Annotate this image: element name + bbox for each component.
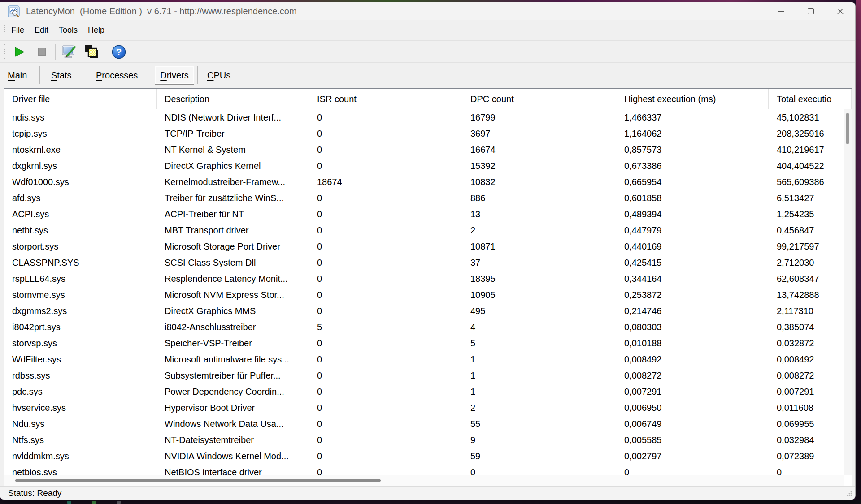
cell-dpc-count: 10905 [462, 290, 616, 300]
table-row[interactable]: rspLLL64.sys Resplendence Latency Monit.… [4, 271, 844, 287]
menu-tools[interactable]: Tools [54, 24, 82, 37]
table-row[interactable]: i8042prt.sys i8042-Anschlusstreiber 5 4 … [4, 319, 844, 335]
cell-isr-count: 0 [309, 435, 462, 445]
cell-driver-file: storport.sys [4, 241, 157, 252]
horizontal-scrollbar-thumb[interactable] [15, 479, 381, 482]
cell-driver-file: stornvme.sys [4, 290, 157, 300]
table-row[interactable]: storport.sys Microsoft Storage Port Driv… [4, 238, 844, 254]
tab-stats[interactable]: Stats [51, 63, 72, 87]
cell-highest-execution: 0,007291 [616, 387, 769, 397]
edit-report-button[interactable] [58, 42, 80, 62]
cell-driver-file: storvsp.sys [4, 338, 157, 349]
cell-isr-count: 0 [309, 290, 462, 300]
vertical-scrollbar-thumb[interactable] [846, 113, 849, 144]
vertical-scrollbar[interactable] [844, 109, 852, 475]
table-row[interactable]: stornvme.sys Microsoft NVM Express Stor.… [4, 287, 844, 303]
cell-dpc-count: 1 [462, 387, 616, 397]
menu-file[interactable]: File [7, 24, 29, 37]
cell-total-execution: 0,456847 [769, 225, 844, 236]
cell-highest-execution: 0,214746 [616, 306, 769, 316]
table-row[interactable]: dxgkrnl.sys DirectX Graphics Kernel 0 15… [4, 158, 844, 174]
minimize-button[interactable] [766, 2, 796, 20]
column-header-highest-execution[interactable]: Highest execution (ms) [616, 89, 769, 109]
close-button[interactable] [826, 2, 855, 20]
maximize-button[interactable] [796, 2, 826, 20]
column-header-description[interactable]: Description [157, 89, 309, 109]
cell-total-execution: 0 [769, 467, 844, 475]
table-row[interactable]: netbios.sys NetBIOS interface driver 0 0… [4, 464, 844, 475]
column-header-driver-file[interactable]: Driver file [4, 89, 157, 109]
start-monitor-button[interactable] [8, 42, 30, 62]
cell-total-execution: 0,032872 [769, 338, 844, 349]
cell-description: Kernelmodustreiber-Framew... [157, 177, 309, 187]
cell-description: DirectX Graphics MMS [157, 306, 309, 316]
in-depth-tests-button[interactable] [80, 42, 103, 62]
tab-separator [87, 66, 87, 84]
table-row[interactable]: CLASSPNP.SYS SCSI Class System Dll 0 37 … [4, 254, 844, 271]
cell-driver-file: dxgmms2.sys [4, 306, 157, 316]
table-row[interactable]: WdFilter.sys Microsoft antimalware file … [4, 351, 844, 367]
cell-driver-file: Wdf01000.sys [4, 177, 157, 187]
column-header-dpc-count[interactable]: DPC count [462, 89, 616, 109]
horizontal-scrollbar[interactable] [4, 475, 844, 487]
table-row[interactable]: hvservice.sys Hypervisor Boot Driver 0 2… [4, 400, 844, 416]
cell-description: NetBIOS interface driver [157, 467, 309, 475]
cell-highest-execution: 0,344164 [616, 274, 769, 284]
tab-drivers[interactable]: Drivers [155, 66, 194, 85]
app-icon [8, 5, 20, 17]
tab-cpus[interactable]: CPUs [207, 63, 230, 87]
column-header-isr-count[interactable]: ISR count [309, 89, 462, 109]
table-row[interactable]: rdbss.sys Subsystemtreiber für Puffer...… [4, 367, 844, 383]
table-row[interactable]: storvsp.sys Speicher-VSP-Treiber 0 5 0,0… [4, 335, 844, 351]
title-bar[interactable]: LatencyMon (Home Edition ) v 6.71 - http… [0, 2, 855, 20]
monitor-pen-icon [61, 44, 77, 60]
cell-description: SCSI Class System Dll [157, 258, 309, 268]
desktop-background-right [856, 0, 861, 504]
cell-isr-count: 5 [309, 322, 462, 332]
cell-isr-count: 0 [309, 338, 462, 349]
cell-total-execution: 0,008492 [769, 354, 844, 365]
stop-icon [38, 48, 46, 56]
table-row[interactable]: Wdf01000.sys Kernelmodustreiber-Framew..… [4, 174, 844, 190]
menubar-gripper [4, 25, 5, 36]
table-row[interactable]: ntoskrnl.exe NT Kernel & System 0 16674 … [4, 142, 844, 158]
cell-description: Microsoft NVM Express Stor... [157, 290, 309, 300]
cell-total-execution: 0,032984 [769, 435, 844, 445]
cell-isr-count: 0 [309, 112, 462, 123]
cell-isr-count: 0 [309, 193, 462, 203]
table-row[interactable]: dxgmms2.sys DirectX Graphics MMS 0 495 0… [4, 303, 844, 319]
stacked-squares-icon [83, 44, 100, 60]
cell-dpc-count: 10871 [462, 241, 616, 252]
cell-isr-count: 0 [309, 209, 462, 220]
table-row[interactable]: afd.sys Treiber für zusätzliche WinS... … [4, 190, 844, 206]
cell-dpc-count: 18395 [462, 274, 616, 284]
desktop-background-bottom [0, 500, 861, 504]
cell-isr-count: 0 [309, 354, 462, 365]
table-row[interactable]: pdc.sys Power Dependency Coordin... 0 1 … [4, 383, 844, 400]
table-row[interactable]: Ntfs.sys NT-Dateisystemtreiber 0 9 0,005… [4, 432, 844, 448]
help-button[interactable]: ? [108, 42, 130, 62]
resize-grip[interactable] [845, 490, 852, 497]
cell-description: Microsoft antimalware file sys... [157, 354, 309, 365]
tab-main[interactable]: Main [8, 63, 27, 87]
cell-highest-execution: 0,665954 [616, 177, 769, 187]
column-header-total-execution[interactable]: Total executio [769, 89, 852, 109]
table-row[interactable]: netbt.sys MBT Transport driver 0 2 0,447… [4, 222, 844, 238]
cell-driver-file: tcpip.sys [4, 129, 157, 139]
table-row[interactable]: ndis.sys NDIS (Network Driver Interf... … [4, 109, 844, 125]
menu-edit[interactable]: Edit [30, 24, 53, 37]
cell-driver-file: nvlddmkm.sys [4, 451, 157, 461]
menu-help[interactable]: Help [83, 24, 109, 37]
table-row[interactable]: ACPI.sys ACPI-Treiber für NT 0 13 0,4893… [4, 206, 844, 222]
cell-description: MBT Transport driver [157, 225, 309, 236]
cell-driver-file: ndis.sys [4, 112, 157, 123]
table-row[interactable]: Ndu.sys Windows Network Data Usa... 0 55… [4, 416, 844, 432]
table-row[interactable]: tcpip.sys TCP/IP-Treiber 0 3697 1,164062… [4, 125, 844, 142]
cell-dpc-count: 886 [462, 193, 616, 203]
table-row[interactable]: nvlddmkm.sys NVIDIA Windows Kernel Mod..… [4, 448, 844, 464]
tab-processes[interactable]: Processes [96, 63, 138, 87]
cell-dpc-count: 1 [462, 370, 616, 381]
cell-total-execution: 2,712030 [769, 258, 844, 268]
stop-monitor-button[interactable] [30, 42, 53, 62]
cell-description: ACPI-Treiber für NT [157, 209, 309, 220]
